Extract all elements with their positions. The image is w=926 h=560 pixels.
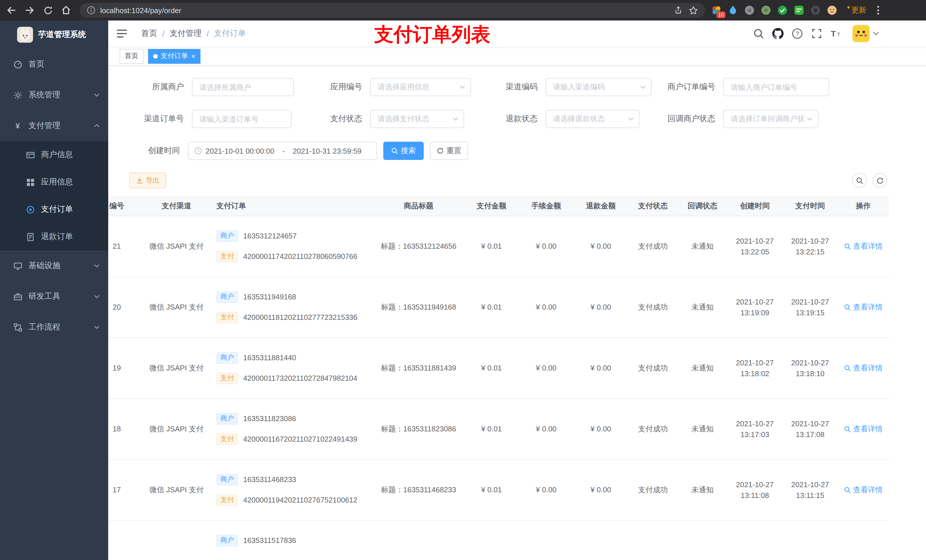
view-detail-link[interactable]: 查看详情 bbox=[844, 302, 883, 312]
grid-icon bbox=[24, 178, 36, 186]
cell-channel: 微信 JSAPI 支付 bbox=[145, 216, 208, 276]
sidebar-item-pay-order[interactable]: 支付订单 bbox=[0, 196, 108, 223]
view-detail-link[interactable]: 查看详情 bbox=[844, 485, 883, 495]
font-size-icon[interactable]: TT bbox=[829, 27, 843, 41]
sidebar-item-system[interactable]: 系统管理 bbox=[0, 80, 108, 110]
merchant-input[interactable] bbox=[192, 78, 294, 96]
filter-channel-order-no: 渠道订单号 bbox=[108, 110, 292, 128]
help-icon[interactable]: ? bbox=[790, 27, 804, 41]
select-placeholder: 请选择应用信息 bbox=[378, 82, 430, 92]
cell-title: 标题：1635311881439 bbox=[373, 338, 464, 398]
bookmark-star-icon[interactable] bbox=[688, 5, 698, 15]
search-button-label: 搜索 bbox=[401, 146, 416, 156]
browser-update-button[interactable]: 更新 bbox=[847, 5, 866, 15]
browser-home-icon[interactable] bbox=[58, 2, 74, 18]
cell-amount bbox=[464, 520, 519, 560]
cell-id: 21 bbox=[108, 216, 145, 276]
extension-dark-icon[interactable] bbox=[810, 5, 821, 16]
cell-fee: ¥ 0.00 bbox=[519, 216, 573, 276]
toggle-search-button[interactable] bbox=[852, 173, 867, 188]
top-navbar: 首页 / 支付管理 / 支付订单 支付订单列表 ? TT bbox=[108, 21, 926, 47]
notify-status-select[interactable]: 请选择订单回调商户状态 bbox=[723, 110, 819, 128]
cell-title: 标题：1635311949168 bbox=[373, 276, 464, 338]
view-detail-link[interactable]: 查看详情 bbox=[844, 363, 883, 373]
app-logo[interactable]: 芋道管理系统 bbox=[0, 21, 108, 49]
sidebar-item-refund-order[interactable]: 退款订单 bbox=[0, 223, 108, 251]
field-label: 退款状态 bbox=[473, 114, 546, 124]
pay-tag: 支付 bbox=[216, 312, 238, 323]
navbar-actions: ? TT bbox=[752, 21, 879, 47]
sidebar-item-infrastructure[interactable]: 基础设施 bbox=[0, 251, 108, 281]
cell-notify: 未通知 bbox=[678, 276, 727, 338]
user-menu[interactable] bbox=[852, 24, 879, 43]
breadcrumb-payment[interactable]: 支付管理 bbox=[170, 29, 201, 39]
date-range-picker[interactable]: 2021-10-01 00:00:00 - 2021-10-31 23:59:5… bbox=[188, 142, 377, 160]
cell-create-time bbox=[727, 520, 782, 560]
refund-status-select[interactable]: 请选择退款状态 bbox=[546, 110, 640, 128]
sidebar-item-workflow[interactable]: 工作流程 bbox=[0, 312, 108, 343]
merchant-order-no-input[interactable] bbox=[723, 78, 829, 96]
tag-pay-order[interactable]: 支付订单 × bbox=[148, 49, 200, 63]
url-text: localhost:1024/pay/order bbox=[100, 6, 674, 15]
search-button[interactable]: 搜索 bbox=[383, 142, 424, 160]
github-icon[interactable] bbox=[771, 27, 785, 41]
column-header: 商品标题 bbox=[373, 196, 464, 216]
tag-home[interactable]: 首页 bbox=[120, 49, 144, 63]
orders-table-wrap[interactable]: 编号 支付渠道 支付订单 商品标题 支付金额 手续金额 退款金额 支付状态 回调… bbox=[108, 196, 926, 560]
reset-button[interactable]: 重置 bbox=[430, 142, 468, 160]
export-button[interactable]: 导出 bbox=[129, 172, 166, 189]
app-id-select[interactable]: 请选择应用信息 bbox=[370, 78, 471, 96]
fullscreen-icon[interactable] bbox=[810, 27, 823, 41]
refresh-button[interactable] bbox=[873, 173, 887, 188]
channel-code-select[interactable]: 请输入渠道编码 bbox=[546, 78, 652, 96]
browser-menu-icon[interactable] bbox=[877, 6, 879, 15]
view-detail-link[interactable]: 查看详情 bbox=[844, 424, 883, 434]
share-icon[interactable] bbox=[674, 6, 683, 15]
cell-pay-order: 商户1635311517836 bbox=[208, 520, 373, 560]
sidebar-item-home[interactable]: 首页 bbox=[0, 49, 108, 80]
column-header: 回调状态 bbox=[678, 196, 727, 216]
sidebar-item-dev-tools[interactable]: 研发工具 bbox=[0, 281, 108, 312]
gear-icon bbox=[11, 91, 24, 99]
sidebar-item-app-info[interactable]: 应用信息 bbox=[0, 169, 108, 196]
svg-text:?: ? bbox=[796, 30, 799, 37]
sidebar-item-label: 系统管理 bbox=[29, 90, 61, 100]
sidebar-item-merchant-info[interactable]: 商户信息 bbox=[0, 141, 108, 169]
column-header: 创建时间 bbox=[727, 196, 782, 216]
view-detail-link[interactable]: 查看详情 bbox=[844, 241, 883, 251]
select-placeholder: 请输入渠道编码 bbox=[553, 82, 605, 92]
sidebar: 芋道管理系统 首页 系统管理 ¥ 支付管理 商户信息 应用信息 bbox=[0, 21, 108, 560]
profile-avatar-icon[interactable] bbox=[826, 5, 838, 16]
site-info-icon[interactable] bbox=[86, 6, 96, 15]
extension-drop-icon[interactable] bbox=[727, 5, 738, 16]
pay-status-select[interactable]: 请选择支付状态 bbox=[370, 110, 464, 128]
screen: localhost:1024/pay/order 10 更新 芋 bbox=[0, 0, 926, 560]
browser-forward-icon[interactable] bbox=[22, 2, 38, 18]
hamburger-icon[interactable] bbox=[117, 29, 127, 41]
extension-gray-icon[interactable] bbox=[744, 5, 755, 16]
cell-create-time: 2021-10-2713:19:09 bbox=[727, 276, 782, 338]
close-icon[interactable]: × bbox=[191, 52, 195, 60]
extension-chat-icon[interactable] bbox=[793, 5, 805, 16]
cell-id: 20 bbox=[108, 276, 145, 338]
address-bar[interactable]: localhost:1024/pay/order bbox=[80, 3, 705, 18]
table-header-row: 编号 支付渠道 支付订单 商品标题 支付金额 手续金额 退款金额 支付状态 回调… bbox=[108, 196, 889, 216]
extension-check-icon[interactable] bbox=[777, 5, 788, 16]
cell-amount: ¥ 0.01 bbox=[464, 216, 519, 276]
breadcrumb-separator: / bbox=[162, 29, 165, 38]
document-icon bbox=[24, 232, 36, 241]
cell-id bbox=[108, 520, 145, 560]
extension-olive-icon[interactable] bbox=[760, 5, 772, 16]
browser-back-icon[interactable] bbox=[3, 2, 20, 18]
sidebar-item-payment[interactable]: ¥ 支付管理 bbox=[0, 110, 108, 141]
breadcrumb-home[interactable]: 首页 bbox=[141, 29, 157, 39]
search-icon[interactable] bbox=[752, 27, 766, 41]
browser-reload-icon[interactable] bbox=[40, 2, 56, 18]
cell-create-time: 2021-10-2713:22:05 bbox=[727, 216, 782, 276]
cell-pay-time bbox=[782, 520, 838, 560]
extension-colorful-icon[interactable]: 10 bbox=[711, 5, 722, 16]
payment-submenu: 商户信息 应用信息 支付订单 退款订单 bbox=[0, 141, 108, 251]
yen-icon: ¥ bbox=[11, 121, 24, 130]
cell-title: 标题：1635311823086 bbox=[373, 398, 464, 459]
channel-order-no-input[interactable] bbox=[192, 110, 292, 128]
